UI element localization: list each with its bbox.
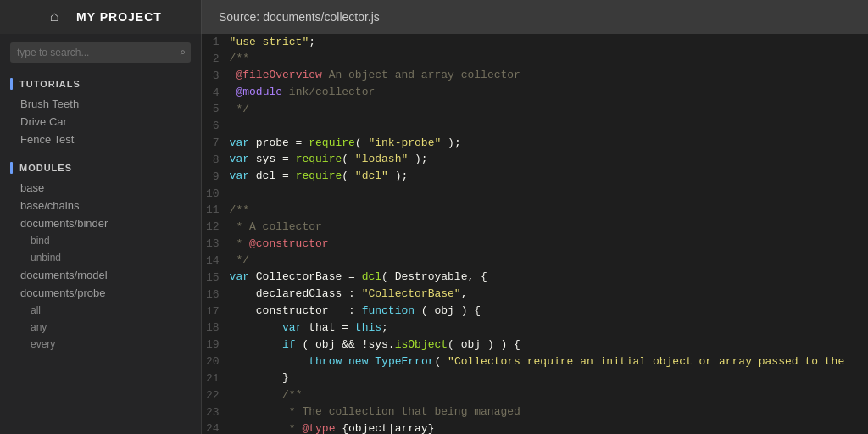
line-code: * The collection that being managed — [230, 404, 868, 421]
sidebar-item-documents-binder[interactable]: documents/binder — [0, 214, 201, 232]
line-code: var that = this; — [230, 320, 868, 337]
table-row: 17 constructor : function ( obj ) { — [202, 303, 868, 320]
line-code: /** — [230, 387, 868, 404]
table-row: 16 declaredClass : "CollectorBase", — [202, 287, 868, 303]
sidebar-item-any[interactable]: any — [0, 319, 201, 336]
line-number: 7 — [202, 135, 230, 152]
line-code: @module ink/collector — [230, 85, 868, 102]
line-code: var dcl = require( "dcl" ); — [230, 169, 868, 186]
table-row: 18 var that = this; — [202, 320, 868, 337]
sidebar-item-brush-teeth[interactable]: Brush Teeth — [0, 95, 201, 113]
tutorials-header: TUTORIALS — [0, 75, 201, 95]
topbar: ⌂ MY PROJECT Source: documents/collector… — [0, 0, 868, 34]
table-row: 2 /** — [202, 51, 868, 68]
table-row: 22 /** — [202, 387, 868, 404]
table-row: 9 var dcl = require( "dcl" ); — [202, 169, 868, 186]
line-code — [230, 186, 868, 203]
table-row: 12 * A collector — [202, 219, 868, 236]
line-number: 2 — [202, 51, 230, 68]
line-code: var sys = require( "lodash" ); — [230, 152, 868, 169]
line-number: 13 — [202, 236, 230, 253]
line-number: 16 — [202, 287, 230, 303]
tutorials-section: TUTORIALS Brush Teeth Drive Car Fence Te… — [0, 75, 201, 148]
modules-header: MODULES — [0, 159, 201, 179]
sidebar-item-all[interactable]: all — [0, 302, 201, 319]
line-code: * A collector — [230, 219, 868, 236]
table-row: 19 if ( obj && !sys.isObject( obj ) ) { — [202, 337, 868, 353]
line-code: declaredClass : "CollectorBase", — [230, 287, 868, 303]
table-row: 7 var probe = require( "ink-probe" ); — [202, 135, 868, 152]
line-number: 11 — [202, 202, 230, 219]
line-number: 10 — [202, 186, 230, 203]
line-number: 6 — [202, 118, 230, 135]
table-row: 13 * @constructor — [202, 236, 868, 253]
line-number: 4 — [202, 85, 230, 102]
line-code: } — [230, 370, 868, 387]
table-row: 14 */ — [202, 253, 868, 270]
sidebar-item-bind[interactable]: bind — [0, 232, 201, 249]
line-code: "use strict"; — [230, 34, 868, 51]
table-row: 21 } — [202, 370, 868, 387]
line-number: 5 — [202, 101, 230, 118]
sidebar: ⌕ TUTORIALS Brush Teeth Drive Car Fence … — [0, 34, 202, 434]
code-table: 1 "use strict"; 2 /** 3 @fileOverview An… — [202, 34, 868, 434]
line-code: @fileOverview An object and array collec… — [230, 68, 868, 85]
line-code: var probe = require( "ink-probe" ); — [230, 135, 868, 152]
home-icon[interactable]: ⌂ — [39, 2, 70, 32]
line-number: 15 — [202, 270, 230, 287]
line-number: 24 — [202, 420, 230, 434]
sidebar-item-every[interactable]: every — [0, 336, 201, 353]
line-number: 17 — [202, 303, 230, 320]
table-row: 5 */ — [202, 101, 868, 118]
line-number: 1 — [202, 34, 230, 51]
line-code: * @constructor — [230, 236, 868, 253]
table-row: 23 * The collection that being managed — [202, 404, 868, 421]
line-number: 20 — [202, 353, 230, 370]
table-row: 8 var sys = require( "lodash" ); — [202, 152, 868, 169]
sidebar-item-base[interactable]: base — [0, 179, 201, 197]
table-row: 1 "use strict"; — [202, 34, 868, 51]
line-code: */ — [230, 253, 868, 270]
table-row: 15 var CollectorBase = dcl( Destroyable,… — [202, 270, 868, 287]
table-row: 3 @fileOverview An object and array coll… — [202, 68, 868, 85]
line-number: 23 — [202, 404, 230, 421]
line-number: 22 — [202, 387, 230, 404]
table-row: 6 — [202, 118, 868, 135]
table-row: 10 — [202, 186, 868, 203]
table-row: 4 @module ink/collector — [202, 85, 868, 102]
line-code: constructor : function ( obj ) { — [230, 303, 868, 320]
main-area: ⌕ TUTORIALS Brush Teeth Drive Car Fence … — [0, 34, 868, 434]
line-code: if ( obj && !sys.isObject( obj ) ) { — [230, 337, 868, 353]
line-number: 14 — [202, 253, 230, 270]
line-code: * @type {object|array} — [230, 420, 868, 434]
modules-section: MODULES base base/chains documents/binde… — [0, 159, 201, 353]
topbar-left: ⌂ MY PROJECT — [0, 0, 202, 34]
search-input[interactable] — [10, 42, 191, 63]
source-path: Source: documents/collector.js — [202, 0, 868, 34]
sidebar-item-documents-model[interactable]: documents/model — [0, 266, 201, 284]
sidebar-item-fence-test[interactable]: Fence Test — [0, 131, 201, 148]
line-code: /** — [230, 202, 868, 219]
line-code: */ — [230, 101, 868, 118]
line-number: 9 — [202, 169, 230, 186]
line-code: var CollectorBase = dcl( Destroyable, { — [230, 270, 868, 287]
project-title: MY PROJECT — [76, 10, 162, 24]
search-icon: ⌕ — [180, 47, 186, 59]
line-code — [230, 118, 868, 135]
line-code: throw new TypeError( "Collectors require… — [230, 353, 868, 370]
line-number: 18 — [202, 320, 230, 337]
line-number: 3 — [202, 68, 230, 85]
table-row: 20 throw new TypeError( "Collectors requ… — [202, 353, 868, 370]
sidebar-item-base-chains[interactable]: base/chains — [0, 197, 201, 214]
search-wrap: ⌕ — [10, 42, 191, 63]
line-number: 8 — [202, 152, 230, 169]
sidebar-item-documents-probe[interactable]: documents/probe — [0, 284, 201, 302]
code-editor[interactable]: 1 "use strict"; 2 /** 3 @fileOverview An… — [202, 34, 868, 434]
line-number: 19 — [202, 337, 230, 353]
table-row: 11 /** — [202, 202, 868, 219]
sidebar-item-drive-car[interactable]: Drive Car — [0, 113, 201, 131]
line-number: 21 — [202, 370, 230, 387]
line-code: /** — [230, 51, 868, 68]
line-number: 12 — [202, 219, 230, 236]
sidebar-item-unbind[interactable]: unbind — [0, 249, 201, 266]
